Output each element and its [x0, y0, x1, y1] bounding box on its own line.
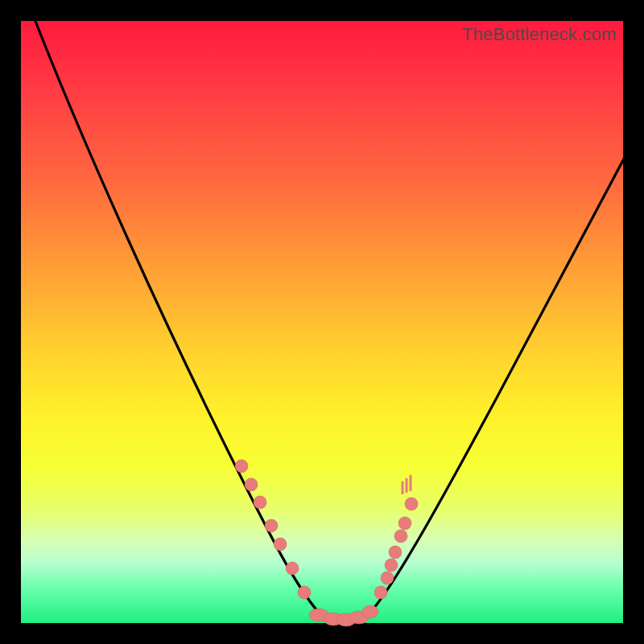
curve-path [32, 13, 629, 622]
marker-dot [245, 478, 258, 491]
marker-dot [381, 572, 394, 584]
marker-dot [254, 496, 266, 509]
marker-dot [394, 530, 407, 543]
marker-dot [286, 562, 299, 575]
chart-stage: TheBottleneck.com [0, 0, 644, 644]
marker-dot [385, 559, 398, 572]
bottleneck-curve [21, 21, 623, 623]
marker-dot [298, 586, 311, 599]
plot-area: TheBottleneck.com [21, 21, 623, 623]
marker-dot [389, 546, 402, 559]
marker-dot [405, 497, 418, 510]
marker-dot [398, 517, 411, 530]
marker-dot [362, 605, 378, 618]
marker-dot [374, 586, 387, 599]
marker-dot [265, 519, 278, 532]
marker-dot [235, 460, 248, 473]
marker-dot [274, 538, 287, 551]
